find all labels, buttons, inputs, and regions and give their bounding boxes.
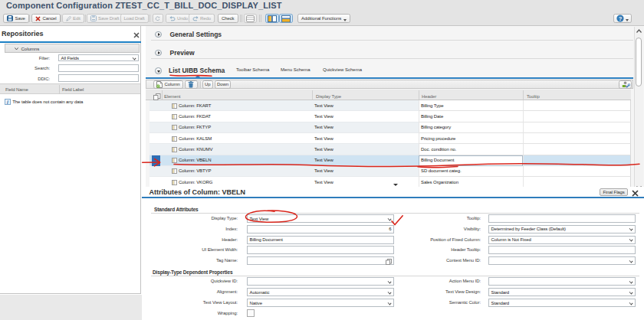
svg-text:i: i: [7, 99, 8, 104]
svg-text:?: ?: [619, 15, 623, 22]
